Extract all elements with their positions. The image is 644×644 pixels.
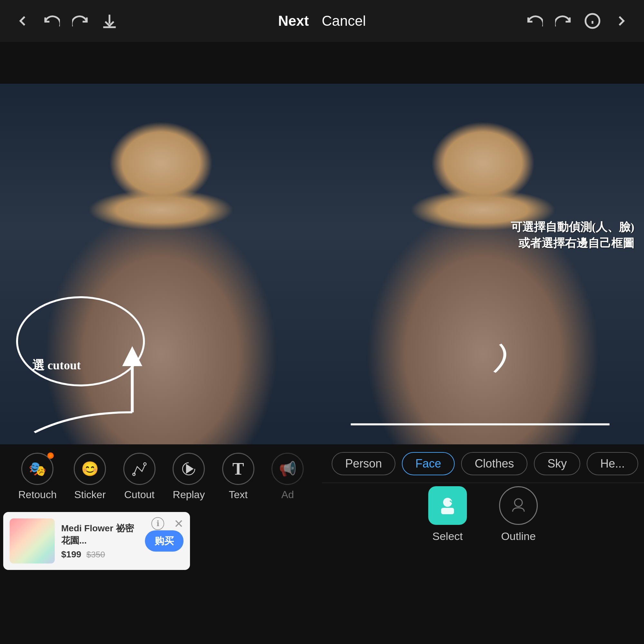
- outline-action[interactable]: Outline: [499, 486, 538, 543]
- ad-icon[interactable]: 📢: [271, 453, 304, 485]
- select-action[interactable]: Select: [428, 486, 467, 543]
- ad-product-image: [10, 518, 55, 563]
- left-photo-panel: 選 cutout: [0, 84, 322, 444]
- outline-label: Outline: [501, 530, 536, 543]
- next-button[interactable]: Next: [272, 10, 315, 32]
- ad-title: Medi Flower 祕密花園...: [61, 522, 138, 547]
- right-photo-bg: 可選擇自動偵測(人、臉) 或者選擇右邊自己框圖: [322, 84, 644, 444]
- svg-rect-10: [441, 508, 454, 514]
- retouch-dot: [47, 452, 54, 459]
- top-bar: Next Cancel: [0, 0, 644, 42]
- ad-close-icon[interactable]: ✕: [174, 517, 184, 531]
- back-button[interactable]: [13, 11, 32, 31]
- subject-person[interactable]: Person: [332, 452, 395, 475]
- bottom-toolbar: 🎭 Retouch 😊 Sticker Cutout: [0, 444, 644, 573]
- select-label: Select: [432, 530, 463, 543]
- svg-point-11: [515, 499, 522, 507]
- top-bar-left: [13, 11, 119, 31]
- svg-point-9: [443, 498, 452, 507]
- ad-price-old: $350: [86, 550, 105, 560]
- top-bar-center: Next Cancel: [272, 10, 372, 32]
- svg-marker-8: [186, 465, 193, 473]
- forward-button[interactable]: [612, 11, 631, 31]
- retouch-icon[interactable]: 🎭: [21, 453, 53, 485]
- ad-tool[interactable]: 📢 Ad: [271, 453, 304, 501]
- top-bar-right: [525, 11, 631, 31]
- ad-price-new: $199: [61, 549, 81, 560]
- ad-label: Ad: [281, 489, 294, 501]
- subject-sky[interactable]: Sky: [534, 452, 580, 475]
- cutout-icon[interactable]: [123, 453, 156, 485]
- ad-info-icon[interactable]: ℹ: [151, 517, 164, 530]
- sticker-label: Sticker: [74, 489, 106, 501]
- cutout-tool[interactable]: Cutout: [123, 453, 156, 501]
- left-toolbar: 🎭 Retouch 😊 Sticker Cutout: [0, 444, 322, 509]
- redo-right-button[interactable]: [554, 11, 573, 31]
- action-icons: Select Outline: [322, 477, 644, 543]
- replay-label: Replay: [173, 489, 205, 501]
- text-tool[interactable]: T Text: [222, 453, 254, 501]
- left-person-image: [0, 84, 322, 444]
- svg-point-6: [144, 463, 146, 465]
- ad-buy-button[interactable]: 购买: [145, 530, 184, 552]
- select-icon-box[interactable]: [428, 486, 467, 525]
- replay-icon[interactable]: [173, 453, 205, 485]
- download-button[interactable]: [100, 11, 119, 31]
- subject-face[interactable]: Face: [402, 452, 455, 475]
- sticker-icon[interactable]: 😊: [74, 453, 106, 485]
- text-icon[interactable]: T: [222, 453, 254, 485]
- sticker-tool[interactable]: 😊 Sticker: [74, 453, 106, 501]
- left-photo-bg: 選 cutout: [0, 84, 322, 444]
- retouch-label: Retouch: [18, 489, 57, 501]
- undo-button[interactable]: [42, 11, 61, 31]
- text-label: Text: [229, 489, 248, 501]
- right-photo-panel: 可選擇自動偵測(人、臉) 或者選擇右邊自己框圖: [322, 84, 644, 444]
- right-text-annotation: 可選擇自動偵測(人、臉) 或者選擇右邊自己框圖: [511, 219, 634, 251]
- subject-head[interactable]: He...: [587, 452, 638, 475]
- cutout-label-text: Cutout: [124, 489, 155, 501]
- redo-button[interactable]: [71, 11, 90, 31]
- ad-content: Medi Flower 祕密花園... $199 $350: [61, 522, 138, 560]
- info-button[interactable]: [583, 11, 602, 31]
- undo-right-button[interactable]: [525, 11, 544, 31]
- retouch-tool[interactable]: 🎭 Retouch: [18, 453, 57, 501]
- ad-price-row: $199 $350: [61, 549, 138, 560]
- ad-banner: Medi Flower 祕密花園... $199 $350 购买 ℹ ✕: [3, 512, 190, 570]
- subject-clothes[interactable]: Clothes: [461, 452, 527, 475]
- right-person-image: [322, 84, 644, 444]
- outline-icon-box[interactable]: [499, 486, 538, 525]
- image-gap: [0, 42, 644, 84]
- cutout-label: 選 cutout: [32, 357, 81, 374]
- replay-tool[interactable]: Replay: [173, 453, 205, 501]
- cancel-button[interactable]: Cancel: [315, 10, 372, 32]
- image-row: 選 cutout 可選擇自動偵測(人、臉) 或者選擇右邊自己框: [0, 84, 644, 444]
